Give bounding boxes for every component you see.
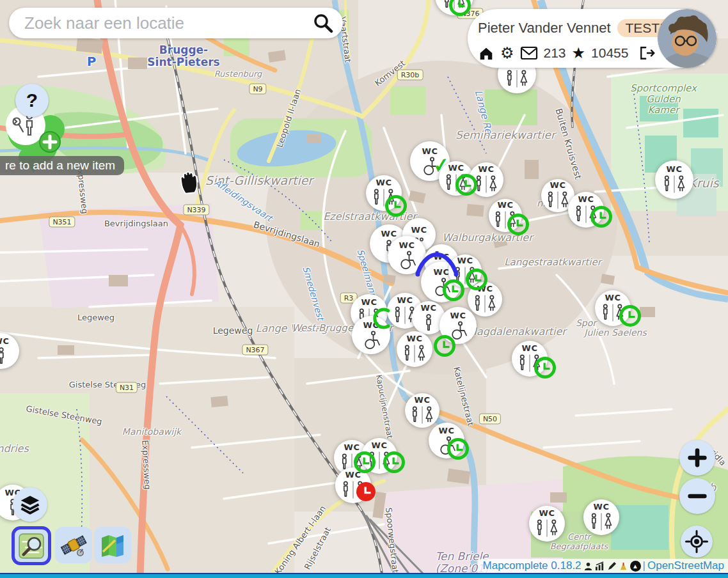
search-input[interactable] (23, 13, 312, 34)
poi-marker-pair[interactable]: WC (583, 499, 619, 535)
wc-label: WC (407, 334, 423, 343)
layers-button[interactable] (13, 487, 47, 522)
poi-marker-pair[interactable]: WC (335, 467, 371, 503)
map-style-satellite-button[interactable] (55, 527, 92, 563)
poi-marker-wheelchair[interactable]: WC (388, 236, 426, 274)
wc-label: WC (372, 441, 388, 449)
wc-label: WC (434, 253, 450, 261)
wc-label: WC (421, 304, 437, 312)
wc-label: WC (397, 296, 413, 304)
help-button[interactable]: ? (15, 84, 49, 117)
wc-label: WC (550, 181, 566, 189)
poi-marker-pair[interactable]: WC (448, 254, 482, 288)
wc-label: WC (522, 344, 538, 352)
poi-marker-pair[interactable]: WC (568, 192, 604, 228)
poi-marker-wheelchair[interactable]: WC (429, 423, 464, 458)
wc-label: WC (450, 311, 466, 320)
license-icon[interactable]: ▲ (630, 561, 641, 572)
zoom-in-button[interactable] (679, 440, 715, 476)
geolocate-button[interactable] (681, 526, 713, 558)
poi-marker-pair[interactable]: WC (595, 290, 631, 326)
map-markers-layer: WCWCWCWCWCWCWCWCWCWCWCWCWCWCWCWCWCWCWCWC… (0, 0, 728, 578)
logout-icon[interactable] (638, 45, 656, 61)
edit-pencil-icon[interactable] (607, 561, 617, 571)
app-version-link[interactable]: Mapcomplete 0.18.2 (483, 559, 582, 572)
add-item-tooltip: re to add a new item (0, 156, 124, 175)
wc-label: WC (422, 147, 438, 155)
message-count: 213 (544, 45, 566, 61)
poi-marker-wheelchair[interactable]: WC (352, 316, 390, 354)
star-icon: ★ (572, 45, 586, 61)
poi-marker-pair[interactable]: WC (529, 506, 565, 542)
home-icon[interactable] (478, 45, 495, 61)
attribution-bar: Mapcomplete 0.18.2 ▲ | OpenStreetMap (478, 559, 728, 573)
plus-icon (686, 447, 708, 469)
wc-label: WC (667, 165, 683, 173)
poi-marker-pair[interactable]: WC (397, 331, 432, 367)
poi-marker-pair[interactable]: WC (439, 161, 473, 196)
user-panel: Pieter Vander Vennet TESTING ⚙ 213 ★ 104… (468, 9, 716, 68)
map-style-carto-button[interactable] (12, 526, 51, 565)
wc-label: WC (345, 471, 361, 479)
wc-label: WC (498, 201, 514, 209)
wc-label: WC (415, 396, 431, 404)
layers-icon (18, 493, 42, 516)
contributors-icon[interactable] (583, 561, 593, 571)
messages-icon[interactable] (520, 46, 538, 60)
wc-label: WC (363, 321, 379, 329)
osm-community-icon[interactable] (619, 561, 628, 571)
satellite-icon (60, 533, 87, 558)
wc-label: WC (457, 256, 473, 265)
zoom-out-button[interactable] (679, 478, 715, 514)
hand-cursor-icon (177, 168, 201, 198)
star-count: 10455 (591, 45, 628, 61)
wc-label: WC (448, 164, 464, 172)
world-map-icon (99, 533, 126, 558)
statistics-icon[interactable] (595, 561, 605, 571)
search-bar (9, 8, 343, 38)
wc-label: WC (344, 443, 360, 451)
wc-label: WC (381, 230, 397, 238)
poi-marker-pair[interactable]: WC (512, 341, 548, 377)
poi-marker-pair[interactable]: WC (489, 199, 522, 232)
wc-label: WC (376, 178, 392, 187)
wc-label: WC (361, 298, 377, 306)
wc-label: WC (434, 268, 450, 276)
poi-marker-pair[interactable]: WC (469, 162, 503, 197)
wc-label: WC (479, 165, 495, 173)
user-name: Pieter Vander Vennet (478, 20, 611, 36)
wc-label: WC (0, 337, 9, 345)
wc-label: WC (477, 285, 493, 293)
settings-gear-icon[interactable]: ⚙ (500, 45, 514, 61)
wc-label: WC (594, 503, 610, 511)
poi-marker-person[interactable]: WC (0, 333, 19, 369)
bottom-edge-bar (0, 573, 728, 578)
openstreetmap-link[interactable]: OpenStreetMap (647, 559, 724, 572)
poi-marker-pair[interactable]: WC (361, 438, 397, 474)
attribution-separator: | (643, 559, 645, 572)
avatar[interactable] (658, 9, 716, 68)
wc-label: WC (411, 226, 427, 234)
poi-marker-pair[interactable]: WC (366, 175, 402, 211)
search-icon[interactable] (312, 12, 334, 34)
crosshair-icon (685, 530, 708, 553)
minus-icon (686, 485, 708, 507)
osm-carto-icon (19, 533, 44, 559)
wc-label: WC (605, 293, 621, 302)
poi-marker-pair[interactable]: WC (655, 160, 693, 199)
wc-label: WC (539, 509, 555, 517)
wc-label: WC (439, 426, 455, 435)
wc-label: WC (578, 195, 594, 203)
map-style-raster-button[interactable] (94, 527, 131, 563)
poi-marker-pair[interactable]: WC (405, 393, 439, 428)
poi-marker-pair[interactable]: WC (435, 0, 473, 15)
wc-label: WC (399, 241, 415, 249)
poi-marker-pair[interactable]: WC (468, 282, 502, 316)
mapcomplete-app: Brugge- Sint-PietersRustenburgPVaartstra… (0, 0, 728, 578)
poi-marker-wheelchair[interactable]: WC (439, 307, 477, 344)
